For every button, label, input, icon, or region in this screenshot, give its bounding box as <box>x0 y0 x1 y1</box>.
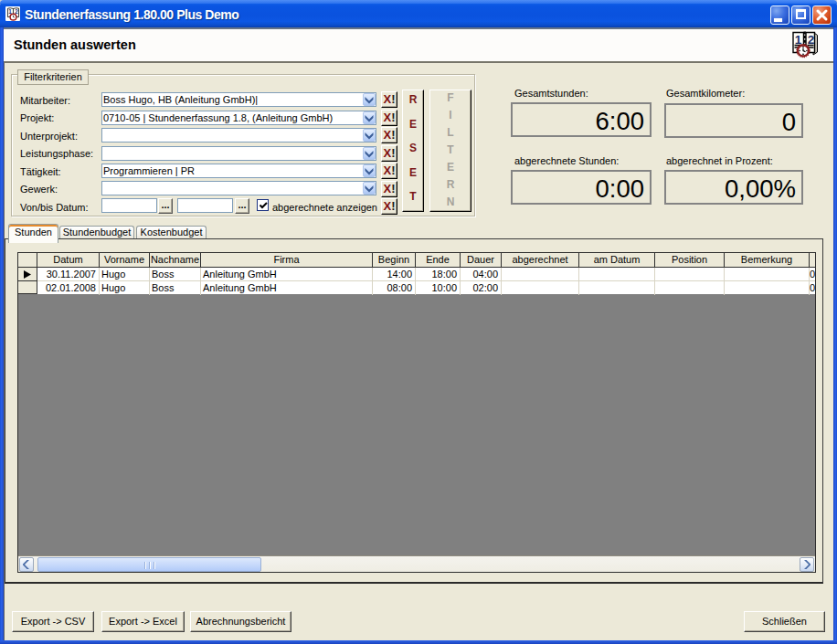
svg-text:1: 1 <box>795 33 802 47</box>
svg-text:2: 2 <box>808 33 815 47</box>
